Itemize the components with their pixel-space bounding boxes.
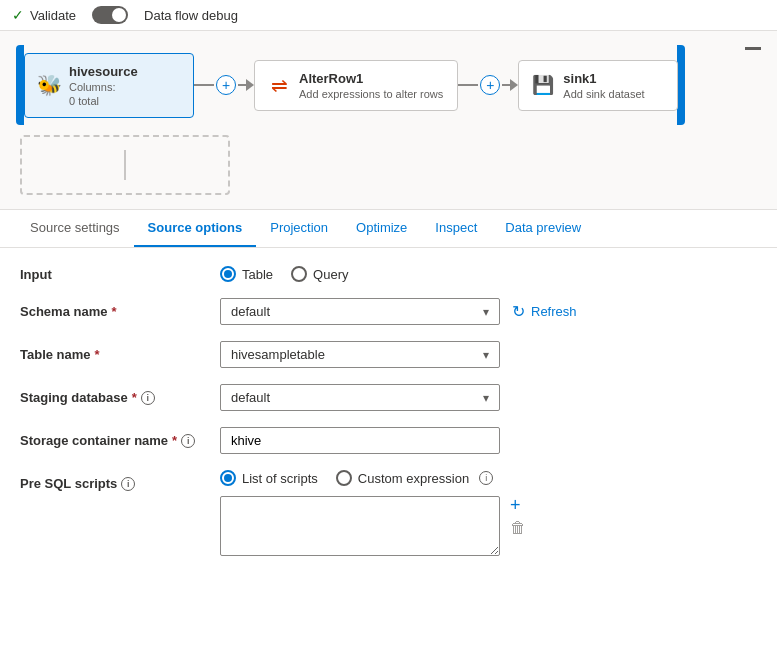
tab-optimize[interactable]: Optimize: [342, 210, 421, 247]
storage-control: [220, 427, 757, 454]
query-radio-empty: [291, 266, 307, 282]
staging-required: *: [132, 390, 137, 405]
add-script-button[interactable]: +: [510, 496, 526, 514]
storage-row: Storage container name * i: [20, 427, 757, 454]
schema-chevron-icon: ▾: [483, 305, 489, 319]
connector-line-1: [194, 84, 214, 86]
staging-value: default: [231, 390, 270, 405]
arrow-head-2: [510, 79, 518, 91]
list-scripts-label: List of scripts: [242, 471, 318, 486]
sink-title: sink1: [563, 71, 663, 86]
sink-sub: Add sink dataset: [563, 88, 663, 100]
table-value: hivesampletable: [231, 347, 325, 362]
connector-line-2: [458, 84, 478, 86]
input-radio-group: Table Query: [220, 266, 757, 282]
schema-control: default ▾ ↻ Refresh: [220, 298, 757, 325]
schema-value: default: [231, 304, 270, 319]
minimize-button[interactable]: [745, 47, 761, 50]
custom-expr-label: Custom expression: [358, 471, 469, 486]
source-left-bar: [16, 45, 24, 125]
refresh-icon: ↻: [512, 302, 525, 321]
sink-node[interactable]: 💾 sink1 Add sink dataset: [518, 45, 678, 125]
input-row: Input Table Query: [20, 266, 757, 282]
validate-label[interactable]: Validate: [30, 8, 76, 23]
tab-source-options[interactable]: Source options: [134, 210, 257, 247]
query-radio-label: Query: [313, 267, 348, 282]
storage-info-icon[interactable]: i: [181, 434, 195, 448]
storage-required: *: [172, 433, 177, 448]
input-table-option[interactable]: Table: [220, 266, 273, 282]
presql-list-option[interactable]: List of scripts: [220, 470, 318, 486]
tab-projection[interactable]: Projection: [256, 210, 342, 247]
presql-info-icon[interactable]: i: [121, 477, 135, 491]
script-textarea[interactable]: [220, 496, 500, 556]
tab-source-settings[interactable]: Source settings: [16, 210, 134, 247]
debug-label: Data flow debug: [144, 8, 238, 23]
hive-source-node[interactable]: 🐝 hivesource Columns: 0 total: [24, 45, 194, 125]
add-node-btn-1[interactable]: +: [216, 75, 236, 95]
storage-input[interactable]: [220, 427, 500, 454]
arrow-1: +: [194, 75, 254, 95]
schema-select[interactable]: default ▾: [220, 298, 500, 325]
connector-line-2b: [502, 84, 510, 86]
toolbar: ✓ Validate Data flow debug: [0, 0, 777, 31]
refresh-button[interactable]: ↻ Refresh: [512, 302, 577, 321]
presql-radio-group: List of scripts Custom expression i: [220, 470, 757, 486]
dashed-inner: [124, 150, 126, 180]
flow-canvas: 🐝 hivesource Columns: 0 total + ⇌ AlterR…: [0, 31, 777, 210]
table-name-row: Table name * hivesampletable ▾: [20, 341, 757, 368]
presql-custom-option[interactable]: Custom expression i: [336, 470, 493, 486]
sink-node-box[interactable]: 💾 sink1 Add sink dataset: [518, 60, 678, 111]
alter-row-icon: ⇌: [265, 71, 293, 99]
validate-section: ✓ Validate: [12, 7, 76, 23]
schema-row: Schema name * default ▾ ↻ Refresh: [20, 298, 757, 325]
connector-line-1b: [238, 84, 246, 86]
alter-row-box[interactable]: ⇌ AlterRow1 Add expressions to alter row…: [254, 60, 458, 111]
presql-row: Pre SQL scripts i List of scripts Custom…: [20, 470, 757, 556]
refresh-label: Refresh: [531, 304, 577, 319]
hive-source-icon: 🐝: [35, 71, 63, 99]
storage-label: Storage container name * i: [20, 433, 220, 448]
table-radio-circle: [220, 266, 236, 282]
staging-control: default ▾: [220, 384, 757, 411]
input-query-option[interactable]: Query: [291, 266, 348, 282]
hive-source-title: hivesource: [69, 64, 179, 79]
alter-row-node[interactable]: ⇌ AlterRow1 Add expressions to alter row…: [254, 45, 458, 125]
tab-inspect[interactable]: Inspect: [421, 210, 491, 247]
tab-data-preview[interactable]: Data preview: [491, 210, 595, 247]
table-chevron-icon: ▾: [483, 348, 489, 362]
staging-row: Staging database * i default ▾: [20, 384, 757, 411]
presql-control: List of scripts Custom expression i + 🗑: [220, 470, 757, 556]
hive-source-box[interactable]: 🐝 hivesource Columns: 0 total: [24, 53, 194, 118]
tabs-bar: Source settings Source options Projectio…: [0, 210, 777, 248]
presql-label: Pre SQL scripts i: [20, 470, 220, 491]
table-label: Table name *: [20, 347, 220, 362]
schema-label: Schema name *: [20, 304, 220, 319]
dashed-placeholder[interactable]: [20, 135, 230, 195]
check-icon: ✓: [12, 7, 24, 23]
staging-select[interactable]: default ▾: [220, 384, 500, 411]
add-node-btn-2[interactable]: +: [480, 75, 500, 95]
delete-script-button[interactable]: 🗑: [510, 520, 526, 536]
debug-toggle[interactable]: [92, 6, 128, 24]
form-area: Input Table Query Schema name * default …: [0, 248, 777, 590]
hive-source-sub1: Columns:: [69, 81, 179, 93]
hive-source-sub2: 0 total: [69, 95, 179, 107]
alter-row-title: AlterRow1: [299, 71, 443, 86]
staging-info-icon[interactable]: i: [141, 391, 155, 405]
custom-radio-empty: [336, 470, 352, 486]
staging-chevron-icon: ▾: [483, 391, 489, 405]
flow-nodes: 🐝 hivesource Columns: 0 total + ⇌ AlterR…: [16, 45, 761, 125]
input-label: Input: [20, 267, 220, 282]
arrow-2: +: [458, 75, 518, 95]
table-select[interactable]: hivesampletable ▾: [220, 341, 500, 368]
list-radio-circle: [220, 470, 236, 486]
table-required: *: [95, 347, 100, 362]
list-radio-dot: [224, 474, 232, 482]
custom-expr-info-icon[interactable]: i: [479, 471, 493, 485]
sink-right-bar: [677, 45, 685, 125]
textarea-area: + 🗑: [220, 496, 757, 556]
schema-required: *: [111, 304, 116, 319]
table-control: hivesampletable ▾: [220, 341, 757, 368]
alter-row-sub: Add expressions to alter rows: [299, 88, 443, 100]
